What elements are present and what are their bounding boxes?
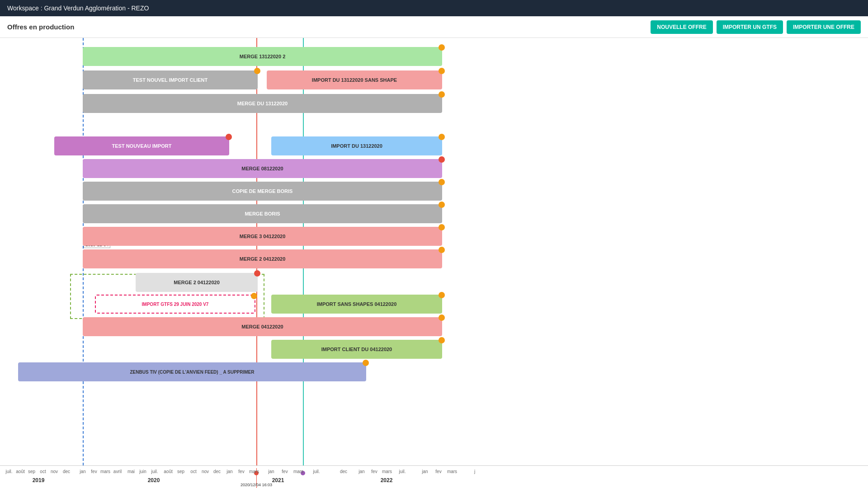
axis-month: fev bbox=[282, 469, 288, 474]
bar-merge-du-13122020[interactable]: MERGE DU 13122020 bbox=[83, 94, 442, 113]
axis-month: juin bbox=[139, 469, 146, 474]
bar-merge-boris[interactable]: MERGE BORIS bbox=[83, 204, 442, 223]
axis-month: jan bbox=[422, 469, 428, 474]
bar-zenbus-tiv[interactable]: ZENBUS TIV (COPIE DE L'ANVIEN FEED) _ A … bbox=[18, 362, 366, 381]
axis-year-2021: 2021 bbox=[272, 477, 284, 483]
importer-offre-button[interactable]: IMPORTER UNE OFFRE bbox=[787, 20, 861, 34]
axis-month: jan bbox=[80, 469, 85, 474]
axis-month: jan bbox=[268, 469, 274, 474]
bar-merge2-04122020-large[interactable]: MERGE 2 04122020 bbox=[83, 249, 442, 268]
bar-import-13122020-sans-shape[interactable]: IMPORT DU 13122020 SANS SHAPE bbox=[267, 70, 442, 89]
page-title: Offres en production bbox=[7, 23, 74, 31]
axis-month: dec bbox=[213, 469, 221, 474]
bar-merge2-04122020-small[interactable]: MERGE 2 04122020 bbox=[136, 273, 258, 292]
axis-month: j bbox=[474, 469, 475, 474]
axis-year-2022: 2022 bbox=[381, 477, 393, 483]
axis-month: août bbox=[164, 469, 172, 474]
bars-area: MERGE 13122020 2 TEST NOUVEL IMPORT CLIE… bbox=[0, 38, 868, 465]
timeline-container: MERGE 13122020 2 TEST NOUVEL IMPORT CLIE… bbox=[0, 38, 868, 488]
main-area: MERGE 13122020 2 TEST NOUVEL IMPORT CLIE… bbox=[0, 38, 868, 488]
axis-month: sep bbox=[28, 469, 35, 474]
axis-year-2019: 2019 bbox=[33, 477, 45, 483]
toolbar: Offres en production NOUVELLE OFFRE IMPO… bbox=[0, 16, 868, 38]
axis-month: juil. bbox=[399, 469, 406, 474]
axis-month: fev bbox=[238, 469, 244, 474]
axis-month: mai bbox=[127, 469, 135, 474]
axis-month: août bbox=[16, 469, 24, 474]
axis-month: mars bbox=[382, 469, 392, 474]
importer-gtfs-button[interactable]: IMPORTER UN GTFS bbox=[717, 20, 783, 34]
timeline-axis: juil. août sep oct nov dec 2019 jan fev … bbox=[0, 465, 868, 488]
bar-merge-13122020-2[interactable]: MERGE 13122020 2 bbox=[83, 47, 442, 66]
bar-import-13122020[interactable]: IMPORT DU 13122020 bbox=[271, 136, 442, 155]
bar-copie-merge-boris[interactable]: COPIE DE MERGE BORIS bbox=[83, 182, 442, 201]
axis-month: mars bbox=[100, 469, 110, 474]
axis-month: avril bbox=[113, 469, 122, 474]
current-time-label: 2020/12/04 16:03 bbox=[241, 483, 272, 487]
bar-import-sans-shapes[interactable]: IMPORT SANS SHAPES 04122020 bbox=[271, 295, 442, 314]
action-buttons: NOUVELLE OFFRE IMPORTER UN GTFS IMPORTER… bbox=[651, 20, 861, 34]
axis-month: oct bbox=[190, 469, 196, 474]
axis-month: nov bbox=[51, 469, 58, 474]
bar-test-nouvel-import-client[interactable]: TEST NOUVEL IMPORT CLIENT bbox=[83, 70, 258, 89]
bar-import-client-04122020[interactable]: IMPORT CLIENT DU 04122020 bbox=[271, 340, 442, 359]
bar-merge-08122020[interactable]: MERGE 08122020 bbox=[83, 159, 442, 178]
axis-month: mars bbox=[249, 469, 259, 474]
axis-month: mars bbox=[447, 469, 457, 474]
axis-month: fev bbox=[435, 469, 441, 474]
app-header: Workspace : Grand Verdun Agglomération -… bbox=[0, 0, 868, 16]
axis-month: juil. bbox=[151, 469, 158, 474]
axis-year-2020: 2020 bbox=[148, 477, 160, 483]
bar-merge3-04122020[interactable]: MERGE 3 04122020 bbox=[83, 227, 442, 246]
axis-month: sep bbox=[177, 469, 184, 474]
axis-month: mars bbox=[293, 469, 303, 474]
bar-merge-04122020[interactable]: MERGE 04122020 bbox=[83, 317, 442, 336]
axis-month: juil. bbox=[313, 469, 320, 474]
axis-month: fev bbox=[91, 469, 97, 474]
axis-month: fev bbox=[371, 469, 377, 474]
bar-import-gtfs[interactable]: IMPORT GTFS 29 JUIN 2020 V7 bbox=[95, 295, 255, 314]
axis-month: oct bbox=[40, 469, 46, 474]
axis-month: jan bbox=[359, 469, 364, 474]
axis-month: nov bbox=[202, 469, 209, 474]
axis-month: dec bbox=[340, 469, 347, 474]
axis-month: juil. bbox=[5, 469, 12, 474]
workspace-title: Workspace : Grand Verdun Agglomération -… bbox=[7, 5, 149, 12]
nouvelle-offre-button[interactable]: NOUVELLE OFFRE bbox=[651, 20, 712, 34]
axis-month: dec bbox=[63, 469, 70, 474]
axis-month: jan bbox=[226, 469, 232, 474]
bar-test-nouveau-import[interactable]: TEST NOUVEAU IMPORT bbox=[54, 136, 229, 155]
